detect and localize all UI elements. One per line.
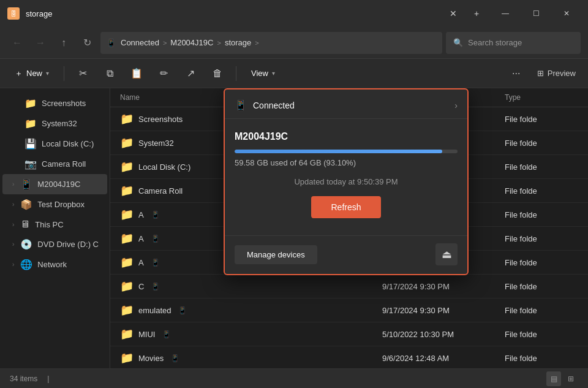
- minimize-button[interactable]: —: [491, 4, 519, 23]
- cut-button[interactable]: ✂: [72, 63, 94, 85]
- window-controls: — ☐ ✕: [491, 4, 581, 23]
- file-type: File folde: [505, 162, 578, 172]
- titlebar: 🗄 storage ✕ + — ☐ ✕: [0, 0, 588, 27]
- up-button[interactable]: ↑: [54, 33, 74, 53]
- phone-badge: 📱: [151, 283, 160, 291]
- table-row[interactable]: 📁 MIUI 📱 5/10/2022 10:30 PM File folde: [110, 322, 588, 346]
- phone-badge: 📱: [151, 211, 160, 219]
- maximize-button[interactable]: ☐: [522, 4, 550, 23]
- sidebar-item-icon: 💾: [24, 138, 37, 150]
- toolbar-separator-1: [64, 66, 64, 81]
- file-name-text: System32: [138, 139, 174, 148]
- paste-button[interactable]: 📋: [126, 63, 148, 85]
- sidebar-item-screenshots[interactable]: 📁 Screenshots: [2, 93, 107, 113]
- more-button[interactable]: ···: [505, 63, 527, 85]
- sidebar-item-dvd-drive-(d:)-c[interactable]: › 💿 DVD Drive (D:) C: [2, 234, 107, 254]
- breadcrumb-sep3: >: [255, 39, 258, 47]
- storage-label: 59.58 GB used of 64 GB (93.10%): [235, 158, 458, 167]
- breadcrumb-sep2: >: [217, 39, 221, 47]
- table-row[interactable]: 📁 emulated 📱 9/17/2024 9:30 PM File fold…: [110, 299, 588, 322]
- breadcrumb-connected: Connected: [121, 38, 159, 47]
- view-label: View: [251, 69, 268, 78]
- search-placeholder: Search storage: [468, 38, 522, 47]
- sidebar-item-this-pc[interactable]: › 🖥 This PC: [2, 215, 107, 234]
- copy-button[interactable]: ⧉: [99, 63, 121, 85]
- view-chevron-icon: ▾: [272, 70, 275, 77]
- item-count: 34 items: [10, 375, 37, 383]
- refresh-button[interactable]: Refresh: [311, 196, 380, 218]
- breadcrumb-sep1: >: [163, 39, 167, 47]
- folder-icon: 📁: [120, 256, 134, 269]
- sidebar-item-network[interactable]: › 🌐 Network: [2, 254, 107, 275]
- file-type: File folde: [505, 210, 578, 219]
- file-name-text: A: [138, 210, 144, 219]
- file-type: File folde: [505, 139, 578, 148]
- phone-badge: 📱: [151, 235, 160, 243]
- sidebar-item-label: Camera Roll: [42, 159, 86, 169]
- search-box[interactable]: 🔍 Search storage: [446, 32, 581, 54]
- new-button[interactable]: ＋ New ▾: [7, 64, 56, 83]
- folder-icon: 📁: [120, 112, 134, 126]
- phone-badge: 📱: [162, 330, 171, 338]
- title-text: storage: [26, 9, 439, 18]
- delete-button[interactable]: 🗑: [206, 63, 228, 85]
- manage-devices-button[interactable]: Manage devices: [235, 245, 317, 264]
- sidebar-item-m2004j19c[interactable]: › 📱 M2004J19C: [2, 174, 107, 194]
- table-row[interactable]: 📁 Movies 📱 9/6/2024 12:48 AM File folde: [110, 346, 588, 368]
- file-name-text: A: [138, 234, 144, 243]
- sidebar-item-label: Network: [37, 260, 67, 269]
- eject-button[interactable]: ⏏: [435, 243, 458, 265]
- file-type: File folde: [505, 354, 578, 363]
- file-name-text: Movies: [138, 354, 164, 363]
- popup-chevron-icon[interactable]: ›: [454, 101, 458, 110]
- file-name-text: Camera Roll: [138, 186, 183, 196]
- file-name-text: A: [138, 258, 144, 267]
- breadcrumb-folder: storage: [225, 38, 251, 47]
- close-button[interactable]: ✕: [552, 4, 581, 23]
- sidebar-item-system32[interactable]: 📁 System32: [2, 113, 107, 134]
- view-button[interactable]: View ▾: [244, 65, 282, 82]
- refresh-button[interactable]: ↻: [77, 33, 97, 53]
- forward-button[interactable]: →: [31, 33, 50, 53]
- file-name-text: MIUI: [138, 330, 155, 339]
- share-button[interactable]: ↗: [179, 63, 202, 85]
- breadcrumb[interactable]: 📱 Connected > M2004J19C > storage >: [100, 32, 442, 54]
- sidebar-item-icon: 📱: [20, 178, 32, 190]
- sidebar-item-icon: 💿: [20, 238, 32, 250]
- sidebar-item-camera-roll[interactable]: 📷 Camera Roll: [2, 154, 107, 174]
- grid-view-button[interactable]: ⊞: [564, 371, 578, 386]
- breadcrumb-device: M2004J19C: [170, 38, 213, 47]
- file-type: File folde: [505, 186, 578, 196]
- list-view-button[interactable]: ▤: [546, 371, 561, 386]
- file-name-text: Screenshots: [138, 115, 183, 124]
- expand-icon: ›: [12, 201, 14, 208]
- popup-header: 📱 Connected ›: [225, 89, 467, 119]
- file-name-text: C: [138, 282, 144, 291]
- table-row[interactable]: 📁 C 📱 9/17/2024 9:30 PM File folde: [110, 275, 588, 299]
- tab-close-button[interactable]: ✕: [445, 5, 462, 22]
- sidebar-item-icon: 📷: [24, 158, 37, 170]
- file-type: File folde: [505, 234, 578, 243]
- sidebar-item-local-disk-(c:)[interactable]: 💾 Local Disk (C:): [2, 134, 107, 154]
- sidebar-item-test-dropbox[interactable]: › 📦 Test Dropbox: [2, 194, 107, 215]
- rename-button[interactable]: ✏: [153, 63, 175, 85]
- expand-icon: ›: [12, 221, 14, 228]
- file-date: 5/10/2022 10:30 PM: [382, 330, 505, 339]
- back-button[interactable]: ←: [7, 33, 27, 53]
- expand-icon: ›: [12, 261, 14, 268]
- preview-button[interactable]: ⊞ Preview: [532, 66, 581, 80]
- popup-body: M2004J19C 59.58 GB used of 64 GB (93.10%…: [225, 119, 467, 235]
- popup-phone-icon: 📱: [235, 99, 247, 111]
- col-type: Type: [505, 93, 578, 102]
- file-name-text: Local Disk (C:): [138, 162, 190, 172]
- sidebar-item-label: M2004J19C: [37, 180, 80, 189]
- folder-icon: 📁: [120, 303, 134, 317]
- sidebar-item-label: System32: [42, 119, 77, 128]
- tab-add-button[interactable]: +: [468, 5, 485, 22]
- sidebar-item-label: Local Disk (C:): [42, 139, 94, 148]
- file-name: 📁 MIUI 📱: [120, 327, 382, 341]
- file-type: File folde: [505, 330, 578, 339]
- file-name: 📁 Movies 📱: [120, 351, 382, 365]
- file-type: File folde: [505, 115, 578, 124]
- file-name-text: emulated: [138, 306, 171, 315]
